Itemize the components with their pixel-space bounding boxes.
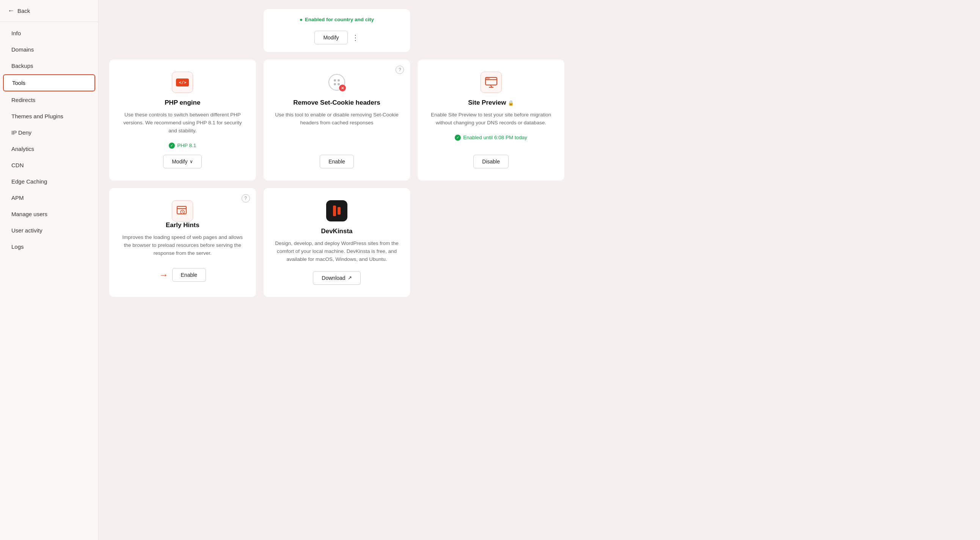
sidebar-item-user-activity[interactable]: User activity [3,222,95,238]
sidebar-item-info[interactable]: Info [3,25,95,41]
sidebar-item-manage-users[interactable]: Manage users [3,206,95,222]
site-preview-icon-wrapper [480,71,502,93]
early-hints-card: ? Early Hints Improves the loading speed… [109,188,256,297]
early-hints-enable-button[interactable]: Enable [172,268,206,282]
cookie-dot-4 [337,83,340,85]
site-preview-disable-button[interactable]: Disable [473,155,509,168]
site-preview-card: Site Preview 🔒 Enable Site Preview to te… [418,60,564,181]
devkinsta-bar-2 [337,207,340,214]
main-content: ● Enabled for country and city Modify ⋮ … [99,0,980,540]
bottom-row: ? Early Hints Improves the loading speed… [109,188,564,297]
cookie-dot-1 [334,79,336,81]
sidebar-item-domains[interactable]: Domains [3,42,95,57]
devkinsta-download-label: Download [321,275,345,281]
sidebar-item-logs[interactable]: Logs [3,239,95,254]
devkinsta-title: DevKinsta [321,227,352,235]
sidebar-item-cdn[interactable]: CDN [3,157,95,173]
devkinsta-card: DevKinsta Design, develop, and deploy Wo… [264,188,410,297]
site-preview-desc: Enable Site Preview to test your site be… [428,111,554,127]
back-arrow-icon: ← [8,7,14,15]
top-modify-button[interactable]: Modify [314,31,347,44]
sidebar-item-tools[interactable]: Tools [3,74,95,91]
check-icon: ● [300,17,303,22]
external-link-icon: ↗ [348,275,352,281]
lock-icon: 🔒 [508,100,514,106]
php-engine-title: PHP engine [165,99,200,106]
sidebar: ← Back Info Domains Backups Tools Redire… [0,0,99,540]
top-modify-card: ● Enabled for country and city Modify ⋮ [264,9,410,52]
early-hints-title: Early Hints [166,221,199,229]
remove-cookie-card: ? ✕ Remove Set-Cookie headers Use this t… [264,60,410,181]
chevron-down-icon: ∨ [189,159,193,164]
svg-line-10 [183,212,183,213]
remove-cookie-enable-button[interactable]: Enable [320,155,354,168]
sidebar-item-backups[interactable]: Backups [3,58,95,73]
top-row: ● Enabled for country and city Modify ⋮ [109,9,564,52]
devkinsta-bars [333,205,340,216]
early-hints-desc: Improves the loading speed of web pages … [120,233,245,257]
cookie-icon: ✕ [326,71,347,93]
sidebar-item-analytics[interactable]: Analytics [3,141,95,157]
site-preview-status-dot: ✓ [455,135,461,141]
devkinsta-bar-1 [333,205,336,216]
early-hints-help-icon[interactable]: ? [242,194,250,202]
devkinsta-icon [326,200,347,221]
sidebar-item-themes-plugins[interactable]: Themes and Plugins [3,108,95,124]
early-hints-svg [177,205,188,217]
php-code-icon: </> [176,78,189,86]
php-modify-button[interactable]: Modify ∨ [163,155,202,168]
remove-cookie-desc: Use this tool to enable or disable remov… [274,111,400,127]
early-hints-icon [172,200,193,221]
browser-svg-icon [485,77,497,87]
middle-row: </> PHP engine Use these controls to swi… [109,60,564,181]
tools-grid: ● Enabled for country and city Modify ⋮ … [109,9,564,297]
devkinsta-download-button[interactable]: Download ↗ [313,271,360,285]
php-status-dot: ✓ [169,143,175,149]
php-engine-status: ✓ PHP 8.1 [169,143,196,149]
arrow-right-icon: → [159,270,169,280]
modify-row: Modify ⋮ [314,31,359,44]
help-icon[interactable]: ? [396,66,404,74]
back-label: Back [18,8,30,14]
php-version-text: PHP 8.1 [177,143,196,148]
enabled-status-text: Enabled for country and city [305,17,374,22]
svg-point-2 [486,78,487,79]
site-preview-title: Site Preview 🔒 [468,99,514,106]
devkinsta-desc: Design, develop, and deploy WordPress si… [274,240,400,264]
cookie-dot-2 [337,79,340,81]
sidebar-item-edge-caching[interactable]: Edge Caching [3,174,95,189]
back-button[interactable]: ← Back [0,0,98,22]
php-modify-label: Modify [172,159,187,165]
red-x-badge: ✕ [339,84,346,91]
svg-point-3 [488,78,489,79]
arrow-row: → Enable [159,268,206,282]
remove-cookie-title: Remove Set-Cookie headers [293,99,380,106]
site-preview-title-text: Site Preview [468,99,506,106]
sidebar-item-apm[interactable]: APM [3,190,95,205]
site-preview-status: ✓ Enabled until 6:08 PM today [455,135,527,141]
sidebar-item-redirects[interactable]: Redirects [3,92,95,108]
php-engine-desc: Use these controls to switch between dif… [120,111,245,135]
php-engine-card: </> PHP engine Use these controls to swi… [109,60,256,181]
php-icon: </> [172,71,193,93]
three-dots-icon[interactable]: ⋮ [352,33,359,42]
cookie-dot-3 [334,83,336,85]
nav-items: Info Domains Backups Tools Redirects The… [0,22,98,258]
sidebar-item-ip-deny[interactable]: IP Deny [3,125,95,140]
site-preview-status-text: Enabled until 6:08 PM today [463,135,527,140]
